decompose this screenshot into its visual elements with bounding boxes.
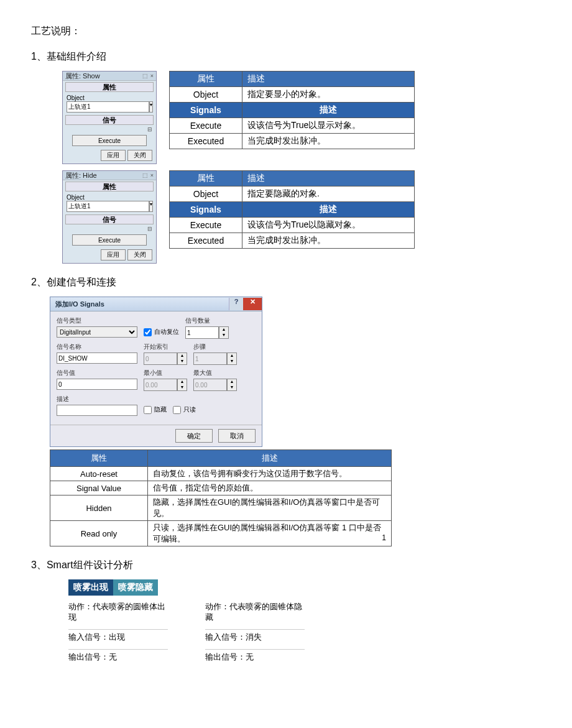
panel-show-sub2: 信号 <box>65 115 154 125</box>
cancel-button[interactable]: 取消 <box>218 429 256 443</box>
section-2-title: 2、创建信号和连接 <box>31 276 541 289</box>
table-cell: 信号值，指定信号的原始值。 <box>148 481 392 495</box>
table-cell: Object <box>170 87 242 103</box>
panel-show-controls[interactable]: ⬚× <box>142 73 156 79</box>
close-icon[interactable]: × <box>150 73 154 79</box>
auto-reset-checkbox[interactable]: 自动复位 <box>144 325 179 339</box>
spinner-icon[interactable]: ▲▼ <box>219 326 229 339</box>
table-header: 描述 <box>242 103 415 118</box>
value-input[interactable] <box>57 379 137 390</box>
input-signal-text: 输入信号：出现 <box>68 632 168 643</box>
panel-hide-controls[interactable]: ⬚× <box>142 172 156 178</box>
min-label: 最小值 <box>144 369 187 377</box>
close-icon[interactable]: ✕ <box>243 298 262 310</box>
table-cell: Hidden <box>50 495 148 521</box>
max-label: 最大值 <box>193 369 237 377</box>
type-label: 信号类型 <box>57 316 137 325</box>
table-header: Signals <box>170 103 242 118</box>
table-cell: 当完成时发出脉冲。 <box>242 134 415 149</box>
panel-show: 属性: Show ⬚× 属性 Object ▾ 信号 ⊟ Execute 应用 … <box>62 71 157 164</box>
max-input <box>193 379 227 391</box>
spray-hide-col: 动作：代表喷雾的圆锥体隐藏 输入信号：消失 输出信号：无 <box>205 602 305 669</box>
ok-button[interactable]: 确定 <box>175 429 213 443</box>
panel-show-execute-button[interactable]: Execute <box>72 135 147 146</box>
readonly-checkbox[interactable]: 只读 <box>173 403 196 416</box>
table-cell: Signal Value <box>50 481 148 495</box>
output-signal-text: 输出信号：无 <box>68 652 168 663</box>
table-cell: 自动复位，该信号拥有瞬变行为这仅适用于数字信号。 <box>148 467 392 481</box>
section-1-title: 1、基础组件介绍 <box>31 50 541 63</box>
table-cell: 设该信号为True以隐藏对象。 <box>242 218 415 233</box>
collapse-icon[interactable]: ⊟ <box>63 226 156 232</box>
table-header: 属性 <box>170 171 242 187</box>
table-header: 描述 <box>148 450 392 467</box>
table-cell: Object <box>170 187 242 202</box>
pin-icon[interactable]: ⬚ <box>142 73 148 79</box>
dialog-title: 添加I/O Signals <box>50 300 229 309</box>
table-header: 属性 <box>170 71 242 87</box>
table-cell: Auto-reset <box>50 467 148 481</box>
panel-hide-apply-button[interactable]: 应用 <box>101 249 126 260</box>
panel-show-sub1: 属性 <box>65 82 154 92</box>
spinner-icon: ▲▼ <box>177 352 187 365</box>
table-hide: 属性描述 Object指定要隐藏的对象. Signals描述 Execute设该… <box>169 170 415 249</box>
table-show: 属性描述 Object指定要显小的对象。 Signals描述 Execute设该… <box>169 71 415 149</box>
type-select[interactable]: DigitalInput <box>57 326 137 338</box>
step-label: 步骤 <box>193 343 237 351</box>
hidden-checkbox[interactable]: 隐藏 <box>144 403 167 416</box>
close-icon[interactable]: × <box>150 172 154 178</box>
name-input[interactable] <box>57 352 137 364</box>
panel-hide-close-button[interactable]: 关闭 <box>127 249 152 260</box>
output-signal-text: 输出信号：无 <box>205 652 305 663</box>
action-text: 动作：代表喷雾的圆锥体出现 <box>68 602 168 623</box>
panel-hide-title: 属性: Hide <box>63 171 142 180</box>
panel-show-obj-label: Object <box>67 94 152 101</box>
desc-label: 描述 <box>57 395 137 403</box>
panel-hide-execute-button[interactable]: Execute <box>72 234 147 246</box>
name-label: 信号名称 <box>57 343 137 351</box>
table-cell: Execute <box>170 218 242 233</box>
panel-show-obj-input[interactable] <box>67 101 149 113</box>
table-header: Signals <box>170 202 242 218</box>
min-input <box>144 379 177 391</box>
panel-hide-sub2: 信号 <box>65 214 154 224</box>
dropdown-icon[interactable]: ▾ <box>149 101 153 113</box>
value-label: 信号值 <box>57 369 137 377</box>
input-signal-text: 输入信号：消失 <box>205 632 305 643</box>
table-cell: 指定要显小的对象。 <box>242 87 415 103</box>
table-cell: 设该信号为True以显示对象。 <box>242 118 415 134</box>
panel-hide: 属性: Hide ⬚× 属性 Object ▾ 信号 ⊟ Execute 应用 … <box>62 170 157 264</box>
spray-show-col: 动作：代表喷雾的圆锥体出现 输入信号：出现 输出信号：无 <box>68 602 168 669</box>
help-icon[interactable]: ? <box>229 298 243 310</box>
tab-hide[interactable]: 喷雾隐藏 <box>113 579 158 596</box>
start-input <box>144 352 177 365</box>
property-table: 属性描述 Auto-reset自动复位，该信号拥有瞬变行为这仅适用于数字信号。 … <box>50 449 392 546</box>
table-cell: Executed <box>170 233 242 249</box>
tab-show[interactable]: 喷雾出现 <box>68 579 113 596</box>
count-label: 信号数量 <box>185 316 229 325</box>
count-input[interactable] <box>185 326 219 339</box>
table-header: 属性 <box>50 450 148 467</box>
dropdown-icon[interactable]: ▾ <box>149 201 153 212</box>
panel-hide-obj-input[interactable] <box>67 201 149 212</box>
pin-icon[interactable]: ⬚ <box>142 172 148 178</box>
action-text: 动作：代表喷雾的圆锥体隐藏 <box>205 602 305 623</box>
table-cell: 只读，选择属性在GUI的属性编辑器和I/O仿真器等窗 1 口中是否可编辑。1 <box>148 521 392 546</box>
spinner-icon: ▲▼ <box>227 379 237 391</box>
panel-hide-sub1: 属性 <box>65 182 154 191</box>
table-cell: 隐藏，选择属性在GUI的属性编辑器和I/O仿真器等窗口中是否可见。 <box>148 495 392 521</box>
table-cell: 当完成时发出脉冲。 <box>242 233 415 249</box>
table-cell: 指定要隐藏的对象. <box>242 187 415 202</box>
spinner-icon: ▲▼ <box>227 352 237 365</box>
panel-show-apply-button[interactable]: 应用 <box>101 150 126 161</box>
desc-input[interactable] <box>57 405 137 416</box>
step-input <box>193 352 227 365</box>
collapse-icon[interactable]: ⊟ <box>63 126 156 132</box>
table-header: 描述 <box>242 202 415 218</box>
page-title: 工艺说明： <box>31 25 541 38</box>
page-number: 1 <box>382 533 386 542</box>
smart-tabs: 喷雾出现 喷雾隐藏 动作：代表喷雾的圆锥体出现 输入信号：出现 输出信号：无 动… <box>68 579 541 669</box>
table-cell: Executed <box>170 134 242 149</box>
table-header: 描述 <box>242 171 415 187</box>
panel-show-close-button[interactable]: 关闭 <box>127 150 152 161</box>
